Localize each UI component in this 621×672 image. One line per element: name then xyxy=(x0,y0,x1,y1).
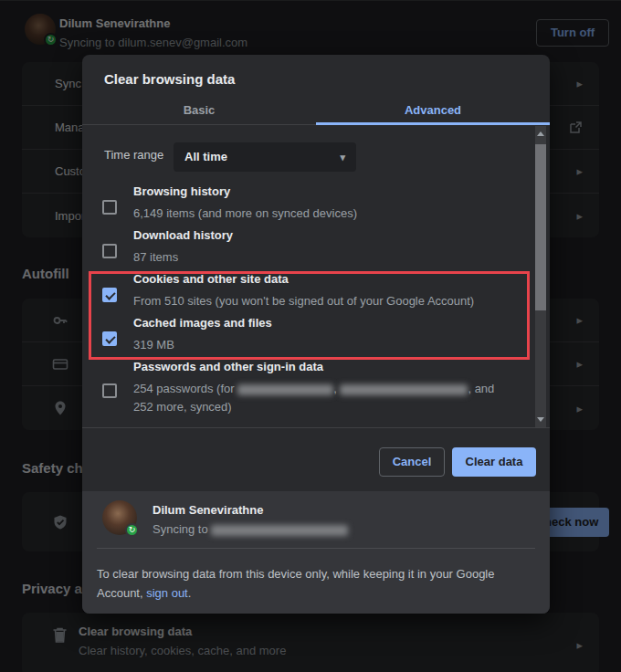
dialog-sync-footer: ↻ Dilum Senevirathne Syncing to To clear… xyxy=(82,491,550,614)
scroll-up-icon[interactable] xyxy=(537,131,544,136)
time-range-label: Time range xyxy=(104,148,163,162)
footer-profile-name: Dilum Senevirathne xyxy=(153,503,263,517)
passwords-subtitle: 254 passwords (for , , and 252 more, syn… xyxy=(133,380,517,416)
tab-advanced[interactable]: Advanced xyxy=(316,97,550,125)
checkbox-download-history[interactable] xyxy=(102,244,117,258)
time-range-select[interactable]: All time ▾ xyxy=(174,142,356,172)
sign-out-link[interactable]: sign out xyxy=(146,586,188,600)
divider xyxy=(97,548,535,549)
blurred-site-name xyxy=(237,384,333,395)
time-range-value: All time xyxy=(184,150,227,163)
checkbox-passwords[interactable] xyxy=(102,383,117,398)
checkbox-cookies[interactable] xyxy=(102,288,117,302)
scrollbar-thumb[interactable] xyxy=(535,144,546,310)
cancel-button[interactable]: Cancel xyxy=(379,447,445,477)
dialog-tabs: Basic Advanced xyxy=(82,97,550,125)
footer-sync-status: Syncing to xyxy=(153,522,348,536)
blurred-email xyxy=(211,525,348,536)
footer-note: To clear browsing data from this device … xyxy=(97,564,531,603)
divider xyxy=(82,427,550,428)
dialog-title: Clear browsing data xyxy=(104,71,235,87)
dialog-scrollbar[interactable] xyxy=(535,126,546,427)
checkbox-browsing-history[interactable] xyxy=(102,200,117,215)
avatar: ↻ xyxy=(102,500,137,535)
tab-basic[interactable]: Basic xyxy=(82,97,316,125)
clear-data-button[interactable]: Clear data xyxy=(452,447,536,477)
scroll-down-icon[interactable] xyxy=(537,417,544,422)
checkbox-cached-images[interactable] xyxy=(102,331,117,346)
clear-browsing-data-dialog: Clear browsing data Basic Advanced Time … xyxy=(82,55,550,614)
blurred-site-name xyxy=(340,384,468,395)
chevron-down-icon: ▾ xyxy=(340,142,345,172)
sync-badge-icon: ↻ xyxy=(125,523,139,537)
